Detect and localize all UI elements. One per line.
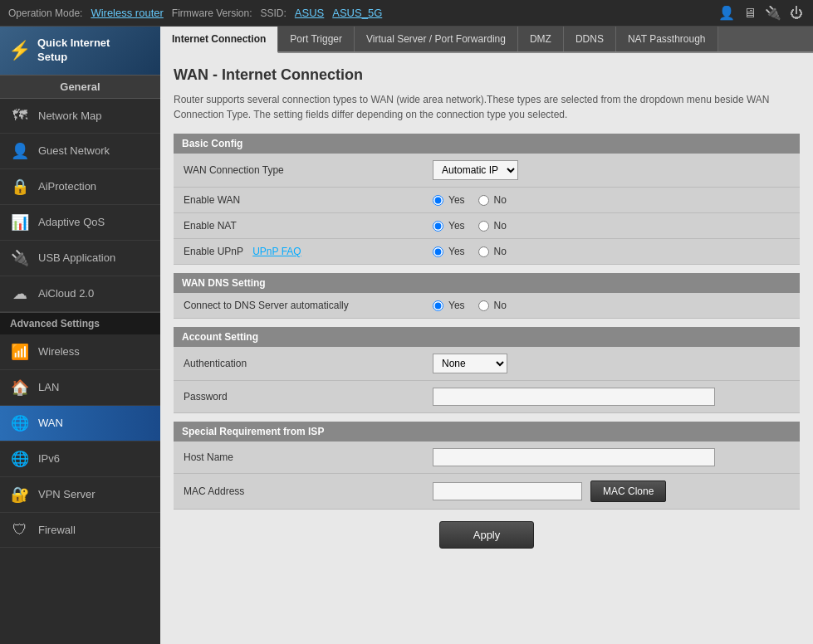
usb-icon[interactable]: 🔌 <box>765 5 781 22</box>
vpn-server-icon: 🔐 <box>10 485 30 504</box>
monitor-icon[interactable]: 🖥 <box>742 5 758 22</box>
wan-connection-type-select[interactable]: Automatic IP PPPoE PPTP L2TP Static IP <box>433 160 518 180</box>
sidebar: ⚡ Quick InternetSetup General 🗺 Network … <box>0 27 160 644</box>
enable-nat-yes-radio[interactable] <box>433 221 443 232</box>
aiprotection-icon: 🔒 <box>10 178 30 196</box>
enable-upnp-yes-radio[interactable] <box>433 246 443 257</box>
password-label: Password <box>174 381 423 413</box>
enable-upnp-yes-label[interactable]: Yes <box>433 246 465 257</box>
wan-connection-type-row: WAN Connection Type Automatic IP PPPoE P… <box>174 154 800 188</box>
enable-wan-no-radio[interactable] <box>478 195 489 206</box>
enable-nat-no-label[interactable]: No <box>478 220 507 232</box>
enable-wan-yes-label[interactable]: Yes <box>433 194 465 206</box>
enable-nat-radio-group: Yes No <box>433 220 790 232</box>
user-icon[interactable]: 👤 <box>718 5 735 22</box>
sidebar-item-vpn-server[interactable]: 🔐 VPN Server <box>0 477 160 513</box>
password-input[interactable] <box>433 388 715 406</box>
enable-nat-yes-label[interactable]: Yes <box>433 220 465 232</box>
enable-upnp-radio-group: Yes No <box>433 246 790 257</box>
dns-auto-yes-label[interactable]: Yes <box>433 300 465 311</box>
ssid-label: SSID: <box>261 7 287 19</box>
sidebar-item-guest-network[interactable]: 👤 Guest Network <box>0 134 160 169</box>
tab-port-trigger[interactable]: Port Trigger <box>278 27 355 51</box>
sidebar-item-lan[interactable]: 🏠 LAN <box>0 370 160 406</box>
mac-address-input[interactable] <box>433 482 582 500</box>
ipv6-icon: 🌐 <box>10 450 30 468</box>
sidebar-item-wan[interactable]: 🌐 WAN <box>0 406 160 442</box>
top-icons: 👤 🖥 🔌 ⏻ <box>718 5 805 22</box>
wireless-icon: 📶 <box>10 343 30 361</box>
enable-upnp-no-label[interactable]: No <box>478 246 507 257</box>
sidebar-label-firewall: Firewall <box>38 524 76 536</box>
wan-dns-table: Connect to DNS Server automatically Yes … <box>174 293 800 319</box>
usb-application-icon: 🔌 <box>10 249 30 267</box>
ssid-value[interactable]: ASUS <box>295 7 324 19</box>
dns-auto-yes-radio[interactable] <box>433 300 443 311</box>
content-area: WAN - Internet Connection Router support… <box>160 53 813 644</box>
dns-auto-no-label[interactable]: No <box>478 300 507 311</box>
firmware-label: Firmware Version: <box>172 7 252 19</box>
page-description: Router supports several connection types… <box>174 92 800 122</box>
dns-auto-label: Connect to DNS Server automatically <box>174 293 423 319</box>
power-icon[interactable]: ⏻ <box>788 5 805 22</box>
special-req-header: Special Requirement from ISP <box>174 422 800 442</box>
host-name-label: Host Name <box>174 442 423 474</box>
enable-upnp-no-radio[interactable] <box>478 246 489 257</box>
tab-virtual-server[interactable]: Virtual Server / Port Forwarding <box>355 27 518 51</box>
main-layout: ⚡ Quick InternetSetup General 🗺 Network … <box>0 27 813 644</box>
tab-bar: Internet Connection Port Trigger Virtual… <box>160 27 813 53</box>
wan-dns-section: WAN DNS Setting Connect to DNS Server au… <box>174 273 800 319</box>
special-req-section: Special Requirement from ISP Host Name M… <box>174 422 800 510</box>
operation-mode-value[interactable]: Wireless router <box>91 7 163 19</box>
network-map-icon: 🗺 <box>10 107 30 124</box>
enable-upnp-row: Enable UPnP UPnP FAQ Yes <box>174 239 800 265</box>
account-setting-table: Authentication None PAP CHAP MS-CHAP Pas… <box>174 347 800 413</box>
authentication-select[interactable]: None PAP CHAP MS-CHAP <box>433 354 507 373</box>
upnp-faq-link[interactable]: UPnP FAQ <box>252 246 301 257</box>
sidebar-header-title: Quick InternetSetup <box>37 37 110 65</box>
sidebar-item-aiprotection[interactable]: 🔒 AiProtection <box>0 169 160 205</box>
advanced-settings-label: Advanced Settings <box>0 312 160 334</box>
guest-network-icon: 👤 <box>10 142 30 160</box>
enable-wan-yes-radio[interactable] <box>433 195 443 206</box>
lan-icon: 🏠 <box>10 378 30 397</box>
sidebar-item-firewall[interactable]: 🛡 Firewall <box>0 513 160 548</box>
aicloud-icon: ☁ <box>10 285 30 303</box>
general-section-label: General <box>0 75 160 99</box>
adaptive-qos-icon: 📊 <box>10 213 30 232</box>
enable-upnp-no-text: No <box>494 246 507 257</box>
dns-auto-radio-group: Yes No <box>433 300 790 311</box>
password-row: Password <box>174 381 800 413</box>
enable-wan-yes-text: Yes <box>448 194 465 206</box>
tab-dmz[interactable]: DMZ <box>518 27 564 51</box>
sidebar-item-adaptive-qos[interactable]: 📊 Adaptive QoS <box>0 205 160 241</box>
sidebar-header[interactable]: ⚡ Quick InternetSetup <box>0 27 160 75</box>
tab-ddns[interactable]: DDNS <box>564 27 616 51</box>
authentication-row: Authentication None PAP CHAP MS-CHAP <box>174 347 800 381</box>
basic-config-table: WAN Connection Type Automatic IP PPPoE P… <box>174 154 800 265</box>
account-setting-section: Account Setting Authentication None PAP … <box>174 327 800 413</box>
page-title: WAN - Internet Connection <box>174 66 800 84</box>
tab-nat-passthrough[interactable]: NAT Passthrough <box>616 27 718 51</box>
mac-address-row: MAC Address MAC Clone <box>174 474 800 510</box>
sidebar-label-vpn-server: VPN Server <box>38 488 96 500</box>
sidebar-item-ipv6[interactable]: 🌐 IPv6 <box>0 442 160 477</box>
mac-clone-button[interactable]: MAC Clone <box>590 481 666 502</box>
ssid-5g-value[interactable]: ASUS_5G <box>332 7 382 19</box>
basic-config-header: Basic Config <box>174 134 800 154</box>
sidebar-item-usb-application[interactable]: 🔌 USB Application <box>0 241 160 276</box>
tab-internet-connection[interactable]: Internet Connection <box>160 27 278 53</box>
host-name-input[interactable] <box>433 448 715 466</box>
apply-button[interactable]: Apply <box>439 521 535 549</box>
dns-auto-no-radio[interactable] <box>478 300 489 311</box>
firewall-icon: 🛡 <box>10 521 30 539</box>
sidebar-item-network-map[interactable]: 🗺 Network Map <box>0 99 160 134</box>
enable-wan-no-label[interactable]: No <box>478 194 507 206</box>
sidebar-item-wireless[interactable]: 📶 Wireless <box>0 334 160 370</box>
special-req-table: Host Name MAC Address MAC Clone <box>174 442 800 510</box>
sidebar-label-adaptive-qos: Adaptive QoS <box>38 216 105 228</box>
enable-nat-no-radio[interactable] <box>478 221 489 232</box>
authentication-label: Authentication <box>174 347 423 381</box>
sidebar-item-aicloud[interactable]: ☁ AiCloud 2.0 <box>0 276 160 312</box>
enable-nat-row: Enable NAT Yes No <box>174 213 800 239</box>
